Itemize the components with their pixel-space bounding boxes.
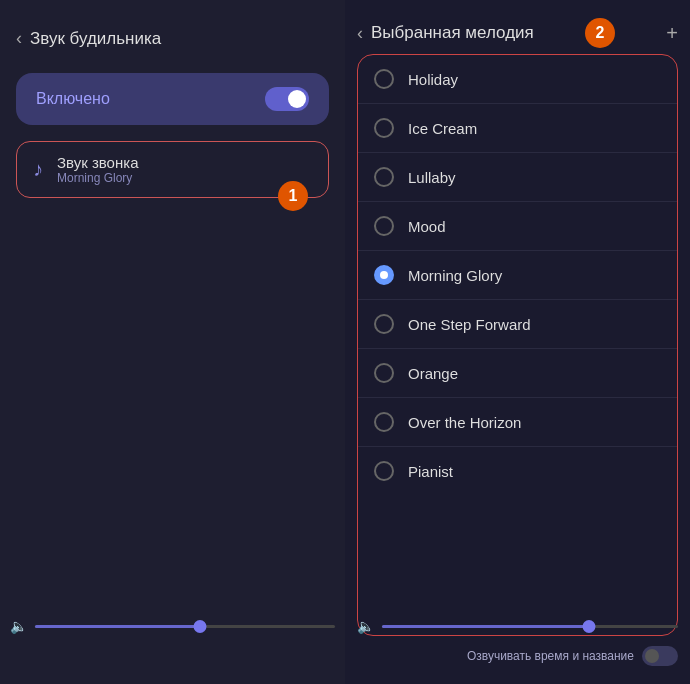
melody-item[interactable]: Ice Cream [358,104,677,153]
right-panel: ‹ Выбранная мелодия 2 + HolidayIce Cream… [345,0,690,684]
ringtone-info: Звук звонка Morning Glory [57,154,138,185]
music-icon: ♪ [33,158,43,181]
melody-name: Mood [408,218,446,235]
right-title: Выбранная мелодия [371,23,534,43]
melody-item[interactable]: Lullaby [358,153,677,202]
left-panel: ‹ Звук будильника Включено ♪ Звук звонка… [0,0,345,684]
slider-track-right[interactable] [382,625,678,628]
sliders-right: 🔈 [357,618,678,654]
radio-button[interactable] [374,314,394,334]
right-header-left: ‹ Выбранная мелодия [357,23,534,44]
melody-name: Ice Cream [408,120,477,137]
melody-item[interactable]: Holiday [358,55,677,104]
melody-name: One Step Forward [408,316,531,333]
badge-2: 2 [585,18,615,48]
slider-row-left[interactable]: 🔈 [10,618,335,634]
slider-thumb-left[interactable] [194,620,207,633]
radio-button[interactable] [374,412,394,432]
sliders-left: 🔈 [10,618,335,654]
badge-1: 1 [278,181,308,211]
toggle-label: Включено [36,90,110,108]
melody-item[interactable]: Pianist [358,447,677,495]
volume-icon-right: 🔈 [357,618,374,634]
melody-item[interactable]: Mood [358,202,677,251]
right-header: ‹ Выбранная мелодия 2 + [357,10,678,54]
melody-list: HolidayIce CreamLullabyMoodMorning Glory… [357,54,678,636]
melody-name: Morning Glory [408,267,502,284]
melody-item[interactable]: Orange [358,349,677,398]
melody-name: Pianist [408,463,453,480]
melody-item[interactable]: Over the Horizon [358,398,677,447]
slider-fill-left [35,625,200,628]
toggle-switch[interactable] [265,87,309,111]
melody-name: Holiday [408,71,458,88]
radio-button[interactable] [374,69,394,89]
toggle-row[interactable]: Включено [16,73,329,125]
slider-thumb-right[interactable] [583,620,596,633]
melody-name: Lullaby [408,169,456,186]
radio-button[interactable] [374,265,394,285]
ringtone-title: Звук звонка [57,154,138,171]
plus-icon[interactable]: + [666,22,678,45]
back-arrow-right[interactable]: ‹ [357,23,363,44]
melody-item[interactable]: One Step Forward [358,300,677,349]
radio-button[interactable] [374,461,394,481]
ringtone-subtitle: Morning Glory [57,171,138,185]
radio-button[interactable] [374,167,394,187]
radio-button[interactable] [374,118,394,138]
ringtone-row[interactable]: ♪ Звук звонка Morning Glory 1 [16,141,329,198]
slider-track-left[interactable] [35,625,335,628]
back-arrow-left[interactable]: ‹ [16,28,22,49]
left-header: ‹ Звук будильника [16,20,329,57]
radio-button[interactable] [374,363,394,383]
melody-name: Over the Horizon [408,414,521,431]
melody-name: Orange [408,365,458,382]
radio-button[interactable] [374,216,394,236]
slider-row-right[interactable]: 🔈 [357,618,678,634]
volume-icon-left: 🔈 [10,618,27,634]
melody-item[interactable]: Morning Glory [358,251,677,300]
slider-fill-right [382,625,589,628]
left-title: Звук будильника [30,29,161,49]
